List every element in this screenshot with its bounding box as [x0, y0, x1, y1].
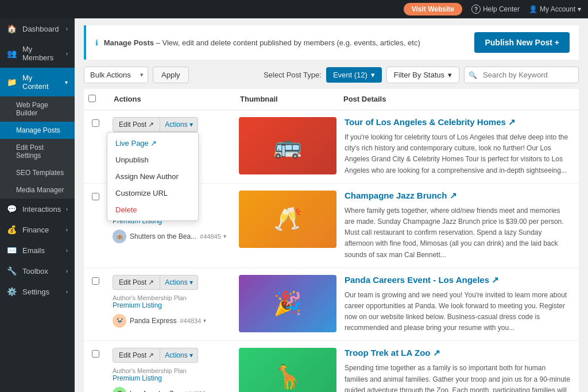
post-title[interactable]: Panda Careers Event - Los Angeles ↗ [345, 275, 571, 285]
edit-post-button[interactable]: Edit Post ↗ [113, 275, 160, 290]
select-post-type-label: Select Post Type: [264, 71, 322, 79]
row-checkbox[interactable] [92, 350, 99, 358]
thumbnail-cell: 🎉 [233, 268, 336, 339]
thumbnail-cell: 🦒 [233, 341, 336, 392]
row-checkbox-cell [84, 341, 107, 367]
th-post-details: Post Details [336, 95, 579, 104]
info-bar-separator: – [156, 38, 163, 47]
toolbox-icon: 🔧 [7, 266, 17, 275]
finance-icon: 💰 [7, 225, 17, 234]
publish-new-post-button[interactable]: Publish New Post + [474, 32, 570, 53]
table-row: Edit Post ↗ Actions ▾ Author's Membershi… [84, 268, 579, 341]
dropdown-item-customize-url[interactable]: Customize URL [107, 185, 198, 201]
post-type-button[interactable]: Event (12) ▾ [326, 67, 382, 83]
post-title[interactable]: Champagne Jazz Brunch ↗ [345, 191, 571, 201]
sidebar-item-label: Toolbox [22, 267, 48, 275]
filter-label: Filter By Status [394, 71, 444, 79]
post-excerpt: Spending time together as a family is so… [345, 363, 571, 392]
sidebar-item-label: Interactions [22, 205, 61, 214]
chevron-right-icon: › [66, 51, 68, 57]
sidebar-sub-item-media-manager[interactable]: Media Manager [0, 181, 75, 199]
th-thumbnail: Thumbnail [233, 95, 336, 104]
help-center-link[interactable]: ? Help Center [471, 5, 520, 14]
thumbnail-cell: 🚌 [233, 110, 336, 181]
sidebar-item-dashboard[interactable]: 🏠 Dashboard › [0, 18, 75, 39]
post-id-wrap: #44834 ▾ [180, 317, 206, 324]
emails-icon: ✉️ [7, 246, 17, 255]
chevron-down-icon: ▾ [223, 233, 226, 239]
chevron-right-icon: › [66, 206, 68, 212]
actions-dropdown-button[interactable]: Actions ▾ [160, 275, 198, 290]
author-name: Panda Express [130, 317, 176, 325]
author-row: 🏨 Shutters on the Bea... #44845 ▾ [113, 230, 227, 243]
sidebar-sub-item-web-page-builder[interactable]: Web Page Builder [0, 96, 75, 122]
chevron-down-icon: ▾ [448, 71, 452, 79]
chevron-right-icon: › [66, 247, 68, 254]
post-excerpt: Where family gets together, where old/ne… [345, 205, 571, 261]
edit-post-button[interactable]: Edit Post ↗ [113, 117, 160, 132]
post-id: #44845 [200, 233, 221, 240]
posts-table: Actions Thumbnail Post Details Edit Post… [84, 89, 579, 392]
post-title[interactable]: Troop Trek at LA Zoo ↗ [345, 348, 571, 358]
content-icon: 📁 [7, 77, 17, 87]
premium-listing-link[interactable]: Premium Listing [113, 374, 227, 382]
edit-post-button[interactable]: Edit Post ↗ [113, 348, 160, 363]
sidebar-sub-item-manage-posts[interactable]: Manage Posts [0, 122, 75, 139]
actions-dropdown-button[interactable]: Actions ▾ [160, 117, 198, 132]
row-checkbox[interactable] [92, 277, 99, 285]
post-type-label: Event (12) [333, 71, 368, 79]
apply-button[interactable]: Apply [153, 67, 189, 83]
help-center-label: Help Center [483, 5, 520, 13]
help-circle-icon: ? [471, 5, 481, 14]
dropdown-item-unpublish[interactable]: Unpublish [107, 152, 198, 168]
actions-cell: Edit Post ↗ Actions ▾ Author's Membershi… [107, 268, 233, 335]
sidebar-sub-item-edit-post-settings[interactable]: Edit Post Settings [0, 139, 75, 164]
info-bar-description: View, edit and delete content published … [163, 38, 420, 47]
thumbnail-cell: 🥂 [233, 184, 336, 255]
sidebar-sub-item-seo-templates[interactable]: SEO Templates [0, 164, 75, 181]
actions-dropdown-button[interactable]: Actions ▾ [160, 348, 198, 363]
sidebar-item-interactions[interactable]: 💬 Interactions › [0, 199, 75, 219]
avatar: 🏨 [113, 230, 126, 243]
sidebar-item-toolbox[interactable]: 🔧 Toolbox › [0, 261, 75, 281]
sidebar-item-label: My Members [22, 45, 61, 62]
sidebar: 🏠 Dashboard › 👥 My Members › 📁 My Conten… [0, 18, 75, 392]
search-input[interactable] [464, 67, 579, 83]
th-actions: Actions [107, 95, 233, 104]
sidebar-item-finance[interactable]: 💰 Finance › [0, 219, 75, 240]
sidebar-item-my-content[interactable]: 📁 My Content ▾ [0, 68, 75, 96]
main-content: ℹ Manage Posts – View, edit and delete c… [75, 18, 588, 392]
dropdown-item-delete[interactable]: Delete [107, 201, 198, 218]
actions-cell: Edit Post ↗ Actions ▾ Live Page ↗ Unpubl… [107, 110, 233, 177]
sidebar-item-my-members[interactable]: 👥 My Members › [0, 39, 75, 68]
avatar: 🐼 [113, 314, 126, 328]
post-details-cell: Champagne Jazz Brunch ↗ Where family get… [336, 184, 579, 267]
actions-dropdown-menu: Live Page ↗ Unpublish Assign New Author … [107, 132, 199, 221]
user-icon: 👤 [529, 5, 537, 13]
my-account-link[interactable]: 👤 My Account ▾ [529, 5, 581, 13]
sidebar-item-label: Emails [22, 246, 45, 255]
chevron-down-icon: ▾ [65, 79, 68, 86]
row-checkbox[interactable] [92, 193, 99, 200]
post-title[interactable]: Tour of Los Angeles & Celebrity Homes ↗ [345, 117, 571, 127]
actions-cell: Edit Post ↗ Actions ▾ Author's Membershi… [107, 341, 233, 392]
info-bar-title: Manage Posts [104, 38, 154, 47]
select-all-checkbox[interactable] [88, 95, 96, 102]
chevron-right-icon: › [66, 26, 68, 32]
premium-listing-link[interactable]: Premium Listing [113, 301, 227, 309]
post-details-cell: Troop Trek at LA Zoo ↗ Spending time tog… [336, 341, 579, 392]
row-checkbox[interactable] [92, 119, 99, 127]
thumbnail: 🚌 [239, 117, 336, 174]
author-row: 🐼 Panda Express #44834 ▾ [113, 314, 227, 328]
sidebar-item-emails[interactable]: ✉️ Emails › [0, 240, 75, 261]
sidebar-item-settings[interactable]: ⚙️ Settings › [0, 281, 75, 302]
table-header: Actions Thumbnail Post Details [84, 89, 579, 110]
dropdown-item-assign-new-author[interactable]: Assign New Author [107, 168, 198, 185]
dropdown-item-live-page[interactable]: Live Page ↗ [107, 135, 198, 152]
chevron-down-icon: ▾ [578, 5, 581, 13]
post-excerpt: Our team is growing and we need you! You… [345, 290, 571, 334]
dashboard-icon: 🏠 [7, 24, 17, 33]
visit-website-button[interactable]: Visit Website [404, 3, 462, 15]
filter-by-status-button[interactable]: Filter By Status ▾ [386, 67, 459, 83]
bulk-actions-select[interactable]: Bulk Actions Delete Unpublish [84, 67, 148, 83]
